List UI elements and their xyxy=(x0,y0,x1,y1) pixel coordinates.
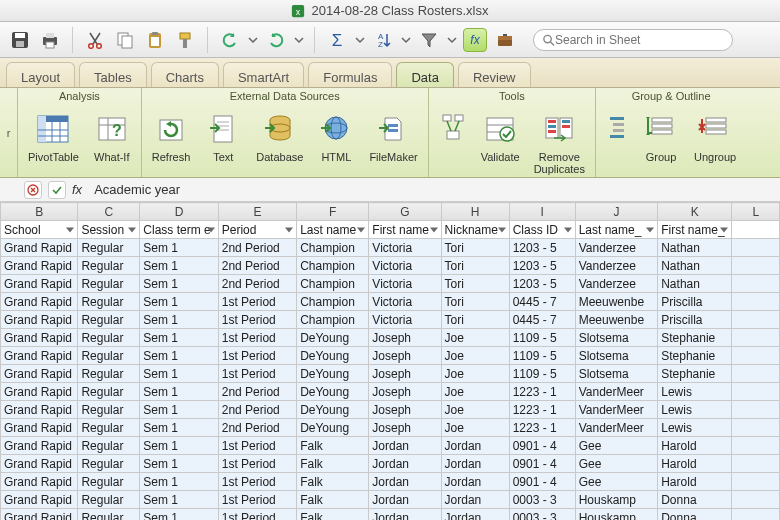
cell[interactable] xyxy=(732,509,780,521)
cell[interactable]: Priscilla xyxy=(658,293,732,311)
redo-button[interactable] xyxy=(264,28,288,52)
cell[interactable]: Regular xyxy=(78,293,140,311)
column-header[interactable]: F xyxy=(297,203,369,221)
cut-button[interactable] xyxy=(83,28,107,52)
cell[interactable]: DeYoung xyxy=(297,329,369,347)
group-button[interactable]: Group xyxy=(638,108,684,165)
cell[interactable]: 1st Period xyxy=(218,437,296,455)
cell[interactable]: DeYoung xyxy=(297,383,369,401)
cell[interactable]: 1st Period xyxy=(218,329,296,347)
cell[interactable] xyxy=(732,401,780,419)
cell[interactable]: 1st Period xyxy=(218,491,296,509)
cell[interactable]: Regular xyxy=(78,401,140,419)
cell[interactable]: Regular xyxy=(78,383,140,401)
cell[interactable]: Joseph xyxy=(369,419,441,437)
cell[interactable]: Victoria xyxy=(369,239,441,257)
column-header[interactable]: E xyxy=(218,203,296,221)
column-header[interactable]: K xyxy=(658,203,732,221)
validate-button[interactable]: Validate xyxy=(477,108,524,165)
cell[interactable]: Sem 1 xyxy=(140,329,218,347)
cell[interactable]: Champion xyxy=(297,257,369,275)
cell[interactable]: DeYoung xyxy=(297,401,369,419)
cell[interactable]: Harold xyxy=(658,473,732,491)
cell[interactable]: Vanderzee xyxy=(575,239,658,257)
cell[interactable] xyxy=(732,455,780,473)
cell[interactable]: Joseph xyxy=(369,365,441,383)
cell[interactable]: 2nd Period xyxy=(218,401,296,419)
format-painter-button[interactable] xyxy=(173,28,197,52)
cell[interactable]: Lewis xyxy=(658,383,732,401)
cell[interactable]: Joe xyxy=(441,365,509,383)
cell[interactable]: 2nd Period xyxy=(218,239,296,257)
tab-layout[interactable]: Layout xyxy=(6,62,75,87)
field-header[interactable]: Last name xyxy=(297,221,369,239)
cell[interactable]: Grand Rapid xyxy=(1,311,78,329)
cell[interactable]: Harold xyxy=(658,455,732,473)
cell[interactable]: Falk xyxy=(297,455,369,473)
cell[interactable]: 1st Period xyxy=(218,293,296,311)
search-box[interactable] xyxy=(533,29,733,51)
cell[interactable]: 1203 - 5 xyxy=(509,239,575,257)
cell[interactable]: Grand Rapid xyxy=(1,275,78,293)
cell[interactable]: Falk xyxy=(297,437,369,455)
accept-formula-button[interactable] xyxy=(48,181,66,199)
cell[interactable]: Sem 1 xyxy=(140,257,218,275)
cell[interactable]: Jordan xyxy=(441,437,509,455)
cell[interactable]: Gee xyxy=(575,473,658,491)
cell[interactable]: Priscilla xyxy=(658,311,732,329)
cell[interactable]: Grand Rapid xyxy=(1,365,78,383)
cell[interactable]: Regular xyxy=(78,257,140,275)
cell[interactable]: Sem 1 xyxy=(140,239,218,257)
cell[interactable]: Joe xyxy=(441,401,509,419)
cell[interactable] xyxy=(732,347,780,365)
cell[interactable]: 1st Period xyxy=(218,365,296,383)
cell[interactable]: Nathan xyxy=(658,257,732,275)
refresh-button[interactable]: Refresh xyxy=(148,108,195,165)
field-header[interactable]: Nickname xyxy=(441,221,509,239)
cell[interactable]: 1223 - 1 xyxy=(509,401,575,419)
cell[interactable]: Houskamp xyxy=(575,509,658,521)
cell[interactable]: Jordan xyxy=(369,509,441,521)
cell[interactable]: Slotsema xyxy=(575,347,658,365)
cell[interactable]: Sem 1 xyxy=(140,509,218,521)
cell[interactable]: Champion xyxy=(297,239,369,257)
cell[interactable]: 1223 - 1 xyxy=(509,383,575,401)
cell[interactable]: Regular xyxy=(78,275,140,293)
whatif-button[interactable]: ? What-If xyxy=(89,108,135,165)
cell[interactable]: 1st Period xyxy=(218,347,296,365)
field-header[interactable]: Class term e xyxy=(140,221,218,239)
cell[interactable] xyxy=(732,239,780,257)
cell[interactable]: Joe xyxy=(441,329,509,347)
fx-toolbar-button[interactable]: fx xyxy=(463,28,487,52)
cell[interactable]: 1203 - 5 xyxy=(509,275,575,293)
chevron-down-icon[interactable] xyxy=(401,35,411,45)
cell[interactable]: Grand Rapid xyxy=(1,293,78,311)
column-header[interactable]: J xyxy=(575,203,658,221)
cell[interactable] xyxy=(732,257,780,275)
cell[interactable] xyxy=(732,491,780,509)
filemaker-import-button[interactable]: FileMaker xyxy=(365,108,421,165)
cell[interactable]: Meeuwenbe xyxy=(575,293,658,311)
cell[interactable]: Gee xyxy=(575,437,658,455)
cell[interactable] xyxy=(732,365,780,383)
cell[interactable] xyxy=(732,383,780,401)
column-header[interactable]: C xyxy=(78,203,140,221)
column-header[interactable]: B xyxy=(1,203,78,221)
chevron-down-icon[interactable] xyxy=(447,35,457,45)
save-button[interactable] xyxy=(8,28,32,52)
cell[interactable] xyxy=(732,311,780,329)
column-header[interactable]: L xyxy=(732,203,780,221)
cell[interactable]: Joseph xyxy=(369,401,441,419)
cell[interactable]: Donna xyxy=(658,491,732,509)
cell[interactable]: Gee xyxy=(575,455,658,473)
cell[interactable]: Sem 1 xyxy=(140,401,218,419)
cell[interactable]: Regular xyxy=(78,455,140,473)
field-header[interactable]: School xyxy=(1,221,78,239)
cell[interactable]: Sem 1 xyxy=(140,491,218,509)
cell[interactable]: Joseph xyxy=(369,383,441,401)
copy-button[interactable] xyxy=(113,28,137,52)
cell[interactable]: 0901 - 4 xyxy=(509,473,575,491)
cell[interactable]: Stephanie xyxy=(658,347,732,365)
cell[interactable]: Tori xyxy=(441,239,509,257)
cell[interactable]: Grand Rapid xyxy=(1,473,78,491)
